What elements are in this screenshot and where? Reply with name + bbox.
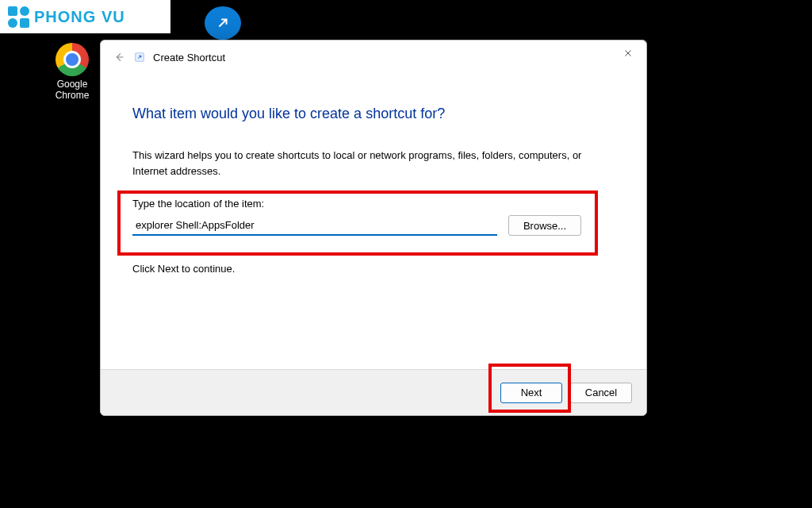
browse-button[interactable]: Browse...: [508, 215, 581, 236]
desktop-icon-chrome[interactable]: Google Chrome: [44, 43, 100, 102]
watermark-text: PHONG VU: [34, 8, 125, 26]
back-icon[interactable]: [110, 48, 128, 66]
cancel-button[interactable]: Cancel: [570, 383, 632, 403]
dialog-heading: What item would you like to create a sho…: [132, 106, 615, 122]
dialog-body: What item would you like to create a sho…: [101, 74, 646, 275]
location-row: Browse...: [132, 215, 615, 236]
next-button[interactable]: Next: [500, 383, 562, 403]
location-label: Type the location of the item:: [132, 198, 615, 210]
dialog-title: Create Shortcut: [153, 52, 225, 64]
watermark-logo: [8, 6, 29, 28]
close-button[interactable]: [610, 40, 646, 66]
location-input[interactable]: [132, 215, 497, 236]
chrome-icon: [56, 43, 89, 76]
shortcut-mini-icon: [132, 50, 147, 64]
continue-text: Click Next to continue.: [132, 263, 615, 275]
phongvu-watermark: PHONG VU: [0, 0, 170, 33]
shortcut-arrow-icon: [205, 6, 241, 40]
create-shortcut-dialog: Create Shortcut What item would you like…: [100, 40, 647, 416]
wizard-description: This wizard helps you to create shortcut…: [132, 148, 615, 179]
desktop-icon-label: Google Chrome: [44, 79, 100, 102]
dialog-footer: Next Cancel: [101, 369, 646, 415]
dialog-titlebar: Create Shortcut: [101, 40, 646, 74]
